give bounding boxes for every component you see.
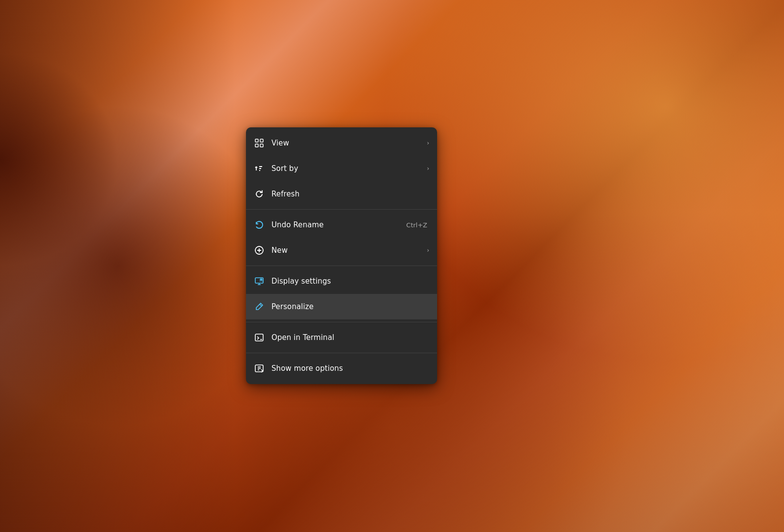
menu-item-new[interactable]: New › [246,238,437,263]
divider-4 [246,353,437,353]
display-icon [254,276,265,287]
open-terminal-label: Open in Terminal [271,333,429,342]
new-arrow: › [427,247,429,254]
menu-item-view[interactable]: View › [246,130,437,156]
divider-1 [246,209,437,210]
undo-icon [254,219,265,230]
divider-2 [246,266,437,266]
svg-rect-7 [255,334,263,341]
refresh-label: Refresh [271,190,429,198]
menu-item-open-terminal[interactable]: Open in Terminal [246,325,437,350]
menu-item-undo-rename[interactable]: Undo Rename Ctrl+Z [246,212,437,238]
menu-item-show-more-options[interactable]: Show more options [246,356,437,381]
undo-rename-label: Undo Rename [271,220,399,229]
view-icon [254,138,265,148]
svg-rect-3 [260,144,263,147]
personalize-icon [254,301,265,312]
view-arrow: › [427,140,429,146]
svg-rect-0 [255,139,258,142]
display-settings-label: Display settings [271,277,429,286]
refresh-icon [254,189,265,199]
new-icon [254,245,265,256]
more-options-icon [254,363,265,374]
menu-item-personalize[interactable]: Personalize [246,294,437,319]
sort-icon [254,163,265,174]
menu-item-refresh[interactable]: Refresh [246,181,437,207]
context-menu: View › Sort by › Refresh [246,127,437,384]
personalize-label: Personalize [271,302,429,311]
terminal-icon [254,332,265,343]
new-label: New [271,246,418,255]
menu-item-display-settings[interactable]: Display settings [246,268,437,294]
sort-by-arrow: › [427,165,429,172]
menu-item-sort-by[interactable]: Sort by › [246,156,437,181]
sort-by-label: Sort by [271,164,418,173]
svg-rect-2 [255,144,258,147]
show-more-options-label: Show more options [271,364,429,373]
divider-3 [246,322,437,322]
svg-rect-1 [260,139,263,142]
view-label: View [271,139,418,147]
undo-shortcut: Ctrl+Z [406,221,427,229]
